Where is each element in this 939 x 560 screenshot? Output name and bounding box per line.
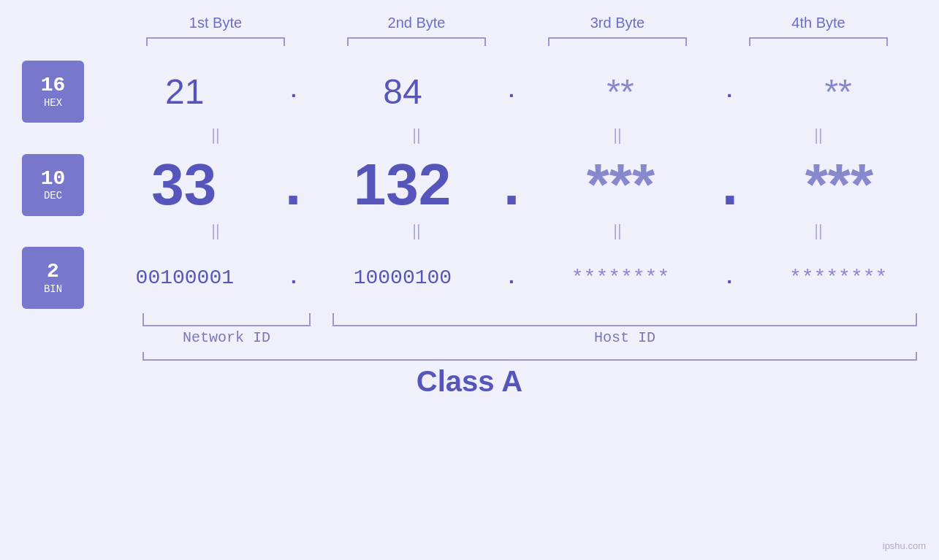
hex-byte4: ** xyxy=(765,72,911,112)
hex-dot1: . xyxy=(287,80,300,103)
byte3-header: 3rd Byte xyxy=(537,15,698,31)
dec-badge: 10 DEC xyxy=(22,154,84,216)
dec-byte4: *** xyxy=(766,151,912,218)
bin-byte4: ******** xyxy=(765,266,911,289)
byte-headers-row: 1st Byte 2nd Byte 3rd Byte 4th Byte xyxy=(115,15,919,31)
eq1-b4: || xyxy=(745,126,892,145)
dec-values: 33 . 132 . *** . *** xyxy=(84,151,939,218)
eq2-b2: || xyxy=(343,221,490,240)
eq1-b1: || xyxy=(142,126,289,145)
bin-dot1: . xyxy=(287,266,300,289)
byte1-header: 1st Byte xyxy=(135,15,296,31)
bin-byte1: 00100001 xyxy=(112,266,258,289)
byte2-top-bracket xyxy=(347,37,486,46)
class-bracket-row xyxy=(142,352,917,361)
eq2-b1: || xyxy=(142,221,289,240)
hex-badge-label: HEX xyxy=(44,97,62,109)
byte3-top-bracket xyxy=(548,37,687,46)
hex-badge-num: 16 xyxy=(41,74,66,97)
network-id-label: Network ID xyxy=(142,329,311,346)
byte1-top-bracket xyxy=(146,37,285,46)
network-id-bracket xyxy=(142,313,311,326)
class-label-row: Class A xyxy=(0,365,939,398)
main-container: 1st Byte 2nd Byte 3rd Byte 4th Byte 16 H… xyxy=(0,0,939,560)
dec-badge-label: DEC xyxy=(44,190,62,202)
host-id-label: Host ID xyxy=(332,329,917,346)
equals-row-1: || || || || xyxy=(115,123,919,147)
hex-byte1: 21 xyxy=(112,72,258,112)
hex-dot3: . xyxy=(723,80,736,103)
dec-badge-num: 10 xyxy=(41,168,66,191)
dec-byte3: *** xyxy=(547,151,693,218)
eq2-b4: || xyxy=(745,221,892,240)
dec-byte1: 33 xyxy=(111,151,257,218)
class-a-bracket xyxy=(142,352,917,361)
bin-badge-label: BIN xyxy=(44,283,62,295)
eq1-b2: || xyxy=(343,126,490,145)
eq1-b3: || xyxy=(544,126,691,145)
bin-byte3: ******** xyxy=(547,266,693,289)
byte4-header: 4th Byte xyxy=(738,15,899,31)
bin-dot2: . xyxy=(506,266,518,289)
hex-values: 21 . 84 . ** . ** xyxy=(84,72,939,112)
bin-values: 00100001 . 10000100 . ******** . *******… xyxy=(84,266,939,289)
hex-byte2: 84 xyxy=(330,72,476,112)
eq2-b3: || xyxy=(544,221,691,240)
bin-dot3: . xyxy=(723,266,736,289)
equals-row-2: || || || || xyxy=(115,218,919,243)
hex-row: 16 HEX 21 . 84 . ** . ** xyxy=(0,61,939,123)
hex-byte3: ** xyxy=(547,72,693,112)
dec-dot3: . xyxy=(722,151,738,218)
dec-dot2: . xyxy=(503,151,520,218)
host-id-bracket xyxy=(332,313,917,326)
bottom-brackets-row xyxy=(142,313,917,326)
bin-badge: 2 BIN xyxy=(22,247,84,309)
bin-byte2: 10000100 xyxy=(330,266,476,289)
dec-byte2: 132 xyxy=(330,151,476,218)
top-brackets xyxy=(115,37,919,46)
hex-badge: 16 HEX xyxy=(22,61,84,123)
bin-row: 2 BIN 00100001 . 10000100 . ******** . *… xyxy=(0,247,939,309)
hex-dot2: . xyxy=(506,80,518,103)
byte4-top-bracket xyxy=(749,37,888,46)
bin-badge-num: 2 xyxy=(47,261,59,283)
class-a-label: Class A xyxy=(417,365,522,397)
bottom-labels-row: Network ID Host ID xyxy=(142,329,917,346)
dec-row: 10 DEC 33 . 132 . *** . *** xyxy=(0,151,939,218)
dec-dot1: . xyxy=(285,151,301,218)
watermark: ipshu.com xyxy=(883,540,926,551)
byte2-header: 2nd Byte xyxy=(336,15,497,31)
